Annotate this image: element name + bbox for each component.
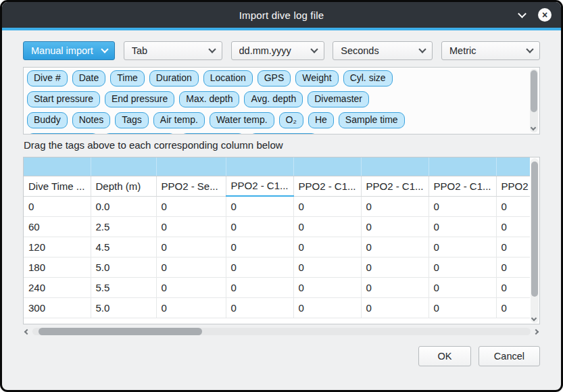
field-separator-select[interactable]: Tab	[124, 41, 222, 60]
table-cell: 0	[293, 277, 361, 297]
table-cell: 0	[293, 196, 361, 216]
column-header[interactable]: PPO2	[496, 176, 530, 196]
tag-chip[interactable]: Sample temp.	[103, 133, 175, 134]
column-drop-target[interactable]	[156, 157, 226, 176]
table-scrollbar-thumb[interactable]	[531, 162, 538, 297]
dialog-buttons: OK Cancel	[23, 346, 540, 366]
table-row: 1204.5000000	[24, 237, 530, 257]
table-cell: 0	[429, 297, 496, 318]
table-cell: 0	[293, 237, 361, 257]
scroll-right-icon[interactable]	[533, 328, 539, 334]
hscroll-thumb[interactable]	[39, 328, 202, 335]
tag-chip[interactable]: Avg. depth	[244, 91, 303, 107]
table-cell: 5.0	[91, 257, 156, 277]
units-select[interactable]: Metric	[441, 41, 540, 60]
table-cell: 0	[226, 257, 293, 277]
table-cell: 0	[156, 277, 226, 297]
table-cell: 0	[361, 237, 429, 257]
combo-value: Seconds	[341, 45, 420, 56]
duration-format-select[interactable]: Seconds	[333, 41, 433, 60]
tag-chip[interactable]: Tags	[115, 112, 149, 128]
tag-chip[interactable]: GPS	[258, 70, 291, 87]
tag-chip[interactable]: End pressure	[105, 91, 174, 107]
hscroll-track[interactable]	[32, 328, 531, 335]
preview-table: Dive Time ...Depth (m)PPO2 - Se...PPO2 -…	[24, 157, 530, 318]
cancel-button[interactable]: Cancel	[479, 346, 540, 366]
tag-chip[interactable]: Sample depth	[27, 133, 99, 134]
column-header[interactable]: PPO2 - C1...	[226, 176, 293, 196]
scroll-down-icon[interactable]	[531, 316, 537, 321]
table-cell: 0	[361, 257, 429, 277]
column-drop-target[interactable]	[429, 157, 496, 176]
table-cell: 0	[226, 216, 293, 237]
column-header[interactable]: PPO2 - Se...	[156, 176, 226, 196]
tag-chip[interactable]: Divemaster	[308, 91, 369, 107]
tag-row: Sample depthSample temp.Sample pO₂Sample…	[27, 133, 524, 134]
table-cell: 0	[156, 297, 226, 318]
titlebar[interactable]: Import dive log file ×	[2, 2, 561, 28]
table-cell: 0	[361, 196, 429, 216]
tags-panel: Dive #DateTimeDurationLocationGPSWeightC…	[23, 67, 540, 134]
tag-chip[interactable]: Date	[72, 70, 106, 87]
date-format-select[interactable]: dd.mm.yyyy	[231, 41, 324, 60]
table-cell: 0	[156, 196, 226, 216]
close-button[interactable]: ×	[538, 8, 552, 22]
table-hscrollbar[interactable]	[23, 326, 540, 337]
tag-chip[interactable]: Sample time	[339, 112, 405, 128]
column-drop-target[interactable]	[361, 157, 429, 176]
tag-chip[interactable]: Cyl. size	[343, 70, 393, 87]
import-mode-select[interactable]: Manual import	[23, 41, 115, 60]
table-scrollbar[interactable]	[531, 158, 539, 323]
table-cell: 0	[429, 237, 496, 257]
table-cell: 0	[226, 237, 293, 257]
ok-button[interactable]: OK	[418, 346, 471, 366]
tag-row: Start pressureEnd pressureMax. depthAvg.…	[27, 91, 524, 107]
table-cell: 0	[226, 297, 293, 318]
tags-scrollbar-thumb[interactable]	[531, 70, 537, 112]
table-cell: 0	[361, 297, 429, 318]
column-drop-target[interactable]	[226, 157, 293, 176]
tag-chip[interactable]: Weight	[295, 70, 338, 87]
tag-chip[interactable]: Duration	[149, 70, 199, 87]
tag-chip[interactable]: Sample pO₂	[180, 133, 245, 134]
column-header[interactable]: PPO2 - C1...	[293, 176, 361, 196]
tag-chip[interactable]: Water temp.	[210, 112, 274, 128]
table-cell: 300	[24, 297, 91, 318]
column-header[interactable]: Depth (m)	[91, 176, 156, 196]
tag-chip[interactable]: Notes	[72, 112, 111, 128]
tag-chip[interactable]: Buddy	[27, 112, 68, 128]
tag-chip[interactable]: O₂	[279, 112, 303, 128]
table-cell: 0	[293, 216, 361, 237]
chevron-down-icon	[208, 45, 216, 53]
tag-chip[interactable]: He	[308, 112, 334, 128]
table-cell: 0	[24, 196, 91, 216]
scroll-left-icon[interactable]	[24, 328, 30, 334]
column-header[interactable]: PPO2 - C1...	[429, 176, 496, 196]
titlebar-buttons: ×	[515, 2, 552, 28]
tags-scrollbar[interactable]	[530, 69, 538, 132]
tag-chip[interactable]: Start pressure	[27, 91, 100, 107]
table-row: 1805.0000000	[24, 257, 530, 277]
chevron-down-icon	[101, 45, 108, 53]
tag-chip[interactable]: Time	[110, 70, 145, 87]
table-cell: 0	[496, 257, 530, 277]
tag-chip[interactable]: Dive #	[27, 70, 68, 87]
table-cell: 0	[293, 257, 361, 277]
column-drop-target[interactable]	[293, 157, 361, 176]
table-cell: 0	[361, 277, 429, 297]
tag-chip[interactable]: Location	[203, 70, 253, 87]
tag-chip[interactable]: Air temp.	[153, 112, 205, 128]
column-header[interactable]: PPO2 - C1...	[361, 176, 429, 196]
column-drop-target[interactable]	[496, 157, 530, 176]
column-drop-target[interactable]	[91, 157, 156, 176]
shade-button[interactable]	[515, 8, 529, 22]
table-cell: 0	[156, 237, 226, 257]
column-drop-target[interactable]	[24, 157, 91, 176]
tag-chip[interactable]: Sample CNS	[249, 133, 318, 134]
table-cell: 0	[429, 216, 496, 237]
tag-chip[interactable]: Max. depth	[179, 91, 239, 107]
scroll-down-icon[interactable]	[531, 125, 536, 130]
column-header[interactable]: Dive Time ...	[24, 176, 91, 196]
window-title: Import dive log file	[239, 9, 324, 21]
table-cell: 5.5	[91, 277, 156, 297]
